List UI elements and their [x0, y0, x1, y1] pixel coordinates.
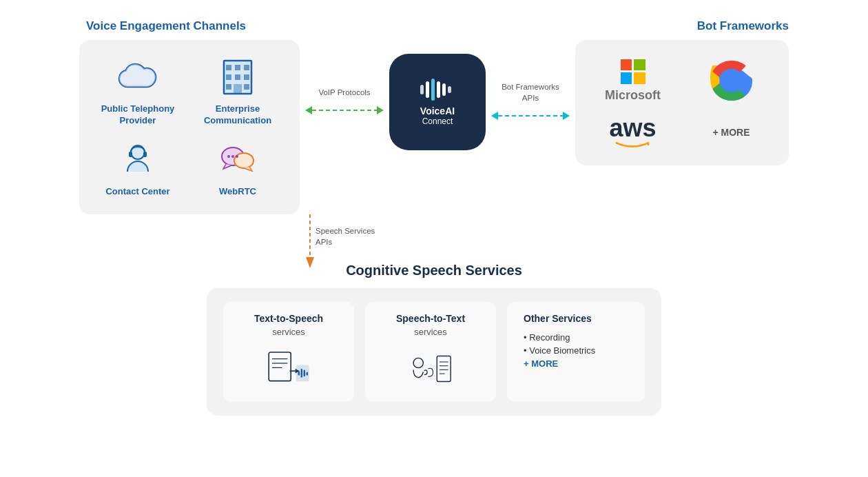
ms-blue-square — [621, 72, 632, 84]
voiceai-box: VoiceAI Connect — [389, 54, 486, 150]
microsoft-logo-container: Microsoft — [605, 59, 661, 103]
left-panel-title: Voice Engagement Channels — [86, 19, 246, 33]
svg-point-17 — [236, 155, 238, 158]
channel-item-enterprise: EnterpriseCommunication — [193, 57, 282, 127]
webrtc-icon — [217, 139, 258, 181]
speech-apis-label: Speech ServicesAPIs — [316, 225, 375, 247]
svg-marker-18 — [305, 106, 312, 114]
ms-red-square — [621, 59, 632, 71]
tts-service-box: Text-to-Speech services — [223, 302, 354, 402]
svg-rect-11 — [129, 152, 132, 157]
stt-subtitle: services — [414, 327, 447, 337]
aws-text: aws — [609, 116, 656, 141]
aws-smile-icon — [612, 141, 653, 149]
svg-rect-2 — [235, 65, 240, 70]
svg-rect-42 — [307, 372, 308, 375]
svg-point-16 — [231, 155, 234, 158]
stt-title: Speech-to-Text — [396, 313, 465, 324]
svg-rect-3 — [244, 65, 249, 70]
other-service-recording: Recording — [524, 332, 628, 343]
cognitive-speech-title: Cognitive Speech Services — [346, 263, 522, 278]
other-services-list: Recording Voice Biometrics + MORE — [524, 332, 628, 372]
svg-rect-21 — [420, 85, 424, 94]
right-panel-box: Microsoft aws — [575, 40, 789, 165]
voiceai-brand: VoiceAI — [420, 105, 455, 117]
channel-item-contact-center: Contact Center — [93, 139, 183, 198]
svg-rect-8 — [244, 84, 249, 90]
svg-rect-22 — [426, 81, 429, 98]
google-logo — [707, 57, 756, 105]
other-services-box: Other Services Recording Voice Biometric… — [507, 302, 645, 402]
svg-rect-33 — [269, 352, 291, 381]
svg-rect-41 — [304, 369, 305, 376]
aws-logo: aws — [609, 116, 656, 149]
bot-arrow-svg — [486, 109, 575, 123]
svg-rect-26 — [448, 86, 451, 93]
svg-rect-1 — [226, 65, 231, 70]
other-services-title: Other Services — [524, 313, 628, 324]
tts-subtitle: services — [272, 327, 305, 337]
svg-rect-44 — [437, 356, 451, 381]
svg-marker-32 — [306, 257, 314, 268]
svg-marker-27 — [491, 112, 498, 120]
building-icon — [217, 57, 258, 98]
channel-item-webrtc: WebRTC — [193, 139, 282, 198]
headset-icon — [117, 139, 158, 181]
channel-item-telephony: Public TelephonyProvider — [93, 57, 183, 127]
svg-marker-20 — [377, 106, 384, 114]
microsoft-logo — [621, 59, 645, 84]
bot-arrow-area: Bot FrameworksAPIs — [486, 81, 575, 123]
webrtc-label: WebRTC — [219, 186, 256, 198]
stt-service-box: Speech-to-Text services — [365, 302, 496, 402]
more-container: + MORE — [712, 127, 750, 138]
ms-yellow-square — [634, 72, 645, 84]
top-row: Voice Engagement Channels Public Telepho… — [0, 0, 868, 214]
enterprise-label: EnterpriseCommunication — [204, 103, 271, 127]
right-panel-title: Bot Frameworks — [575, 19, 789, 33]
diagram-container: Voice Engagement Channels Public Telepho… — [0, 0, 868, 477]
voip-label: VoIP Protocols — [318, 87, 370, 98]
voiceai-sublabel: Connect — [422, 116, 453, 126]
bot-label: Bot FrameworksAPIs — [502, 81, 559, 103]
telephony-label: Public TelephonyProvider — [101, 103, 175, 127]
svg-rect-12 — [143, 152, 147, 157]
bottom-section: Cognitive Speech Services Text-to-Speech… — [0, 263, 868, 416]
contact-center-label: Contact Center — [105, 186, 169, 198]
services-row: Text-to-Speech services — [207, 288, 661, 416]
svg-rect-39 — [298, 371, 300, 375]
microsoft-name: Microsoft — [605, 88, 661, 103]
svg-rect-4 — [226, 74, 231, 80]
voiceai-wave-icon — [419, 78, 456, 101]
cloud-icon — [117, 57, 158, 98]
stt-icon — [409, 347, 453, 391]
voip-arrow-area: VoIP Protocols — [300, 87, 389, 117]
svg-rect-9 — [234, 84, 242, 94]
right-panel: Bot Frameworks Microsoft — [575, 19, 789, 165]
center-connector: VoIP Protocols — [300, 54, 575, 150]
svg-rect-24 — [437, 81, 440, 98]
tts-icon — [267, 347, 311, 391]
aws-logo-container: aws — [609, 116, 656, 149]
tts-title: Text-to-Speech — [254, 313, 323, 324]
svg-point-43 — [413, 358, 423, 367]
svg-rect-25 — [442, 83, 446, 96]
more-label: + MORE — [712, 127, 750, 138]
left-panel-box: Public TelephonyProvider — [79, 40, 300, 214]
speech-arrow-area: Speech ServicesAPIs — [302, 214, 318, 270]
svg-rect-7 — [226, 84, 231, 90]
ms-green-square — [634, 59, 645, 71]
voip-arrow-svg — [300, 103, 389, 117]
google-logo-container — [707, 57, 756, 105]
svg-rect-6 — [244, 74, 249, 80]
svg-rect-23 — [431, 79, 435, 101]
other-service-more: + MORE — [524, 358, 628, 369]
other-service-biometrics: Voice Biometrics — [524, 345, 628, 356]
left-panel: Voice Engagement Channels Public Telepho… — [79, 19, 300, 214]
svg-marker-29 — [563, 112, 570, 120]
svg-rect-5 — [235, 74, 240, 80]
svg-point-15 — [227, 155, 230, 158]
svg-rect-40 — [301, 369, 302, 378]
